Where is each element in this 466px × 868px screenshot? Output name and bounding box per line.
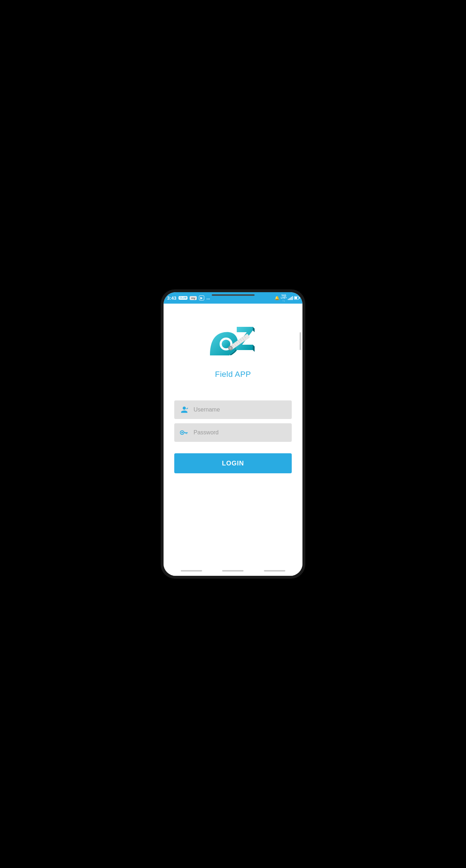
- status-time: 3:43: [167, 295, 176, 301]
- signal-bar-3: [290, 298, 291, 300]
- status-badge-club: CLUB: [179, 296, 187, 300]
- bottom-nav: [164, 566, 302, 576]
- phone-screen: 3:43 CLUB my ▶ ... 🔔 Vo)) LTE+ ↑↓: [164, 292, 302, 576]
- svg-rect-16: [186, 433, 187, 434]
- username-field-container[interactable]: [174, 400, 292, 419]
- password-field-container[interactable]: [174, 423, 292, 442]
- nav-handle-back[interactable]: [181, 570, 202, 572]
- phone-frame: 3:43 CLUB my ▶ ... 🔔 Vo)) LTE+ ↑↓: [161, 289, 305, 579]
- lte-group: Vo)) LTE+ ↑↓: [281, 294, 287, 302]
- svg-rect-17: [185, 433, 186, 434]
- app-logo: [206, 323, 260, 363]
- vo-label: Vo)): [281, 294, 286, 296]
- main-content: Field APP: [164, 304, 302, 566]
- svg-point-14: [181, 432, 183, 434]
- username-icon: [179, 406, 189, 414]
- status-left: 3:43 CLUB my ▶ ...: [167, 295, 210, 301]
- app-title: Field APP: [215, 370, 251, 379]
- nav-handle-recent[interactable]: [264, 570, 285, 572]
- signal-bar-5: [292, 296, 293, 300]
- logo-container: [205, 321, 262, 364]
- svg-rect-15: [184, 432, 188, 433]
- nav-handle-home[interactable]: [222, 570, 244, 572]
- status-right: 🔔 Vo)) LTE+ ↑↓: [275, 294, 299, 302]
- status-badge-play: ▶: [199, 295, 204, 300]
- alarm-icon: 🔔: [275, 296, 280, 300]
- status-bar: 3:43 CLUB my ▶ ... 🔔 Vo)) LTE+ ↑↓: [164, 292, 302, 304]
- battery-fill: [295, 297, 297, 299]
- signal-bar-4: [291, 297, 292, 300]
- password-icon: [179, 430, 189, 435]
- status-dots: ...: [206, 295, 210, 300]
- scroll-handle: [300, 332, 301, 350]
- signal-bars: [288, 296, 293, 300]
- status-badge-my: my: [190, 296, 197, 300]
- login-form: [174, 400, 292, 442]
- lte-updown: ↑↓: [282, 299, 285, 302]
- login-button[interactable]: LOGIN: [174, 453, 292, 473]
- battery-icon: [294, 296, 299, 300]
- password-input[interactable]: [194, 429, 287, 436]
- username-input[interactable]: [194, 406, 287, 413]
- notch-bar: [212, 294, 255, 296]
- signal-bar-2: [289, 298, 290, 300]
- signal-bar-1: [288, 299, 289, 300]
- lte-label: LTE+: [281, 296, 287, 299]
